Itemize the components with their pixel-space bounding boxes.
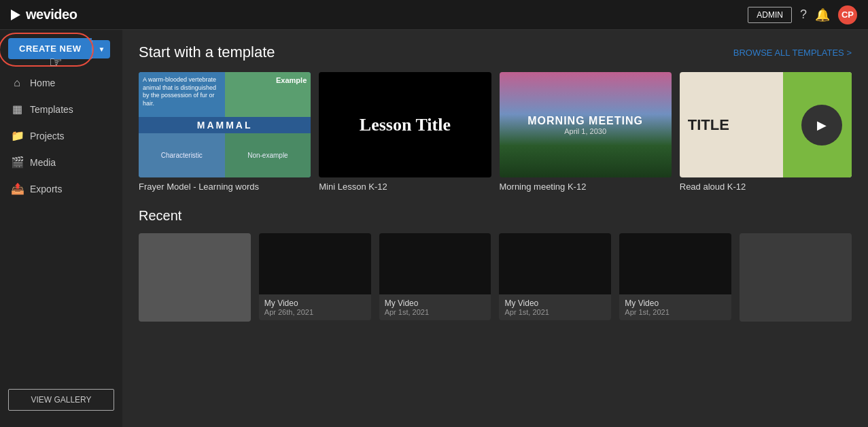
read-aloud-template-label: Read aloud K-12 (680, 182, 852, 192)
recent-thumb-6 (740, 233, 852, 322)
cursor-icon: ☞ (49, 54, 63, 71)
recent-thumb-3 (379, 233, 491, 294)
frayer-example-cell: Example (225, 72, 311, 117)
templates-section-header: Start with a template BROWSE ALL TEMPLAT… (139, 44, 852, 61)
morning-meeting-thumb-content: MORNING MEETING April 1, 2030 (500, 72, 672, 177)
recent-name-2: My Video (264, 298, 366, 308)
recent-date-5: Apr 1st, 2021 (625, 308, 726, 316)
recent-info-2: My Video Apr 26th, 2021 (259, 294, 371, 320)
read-aloud-circle: ▶ (801, 105, 842, 146)
frayer-thumb-content: A warm-blooded vertebrate animal that is… (139, 72, 311, 177)
media-icon: 🎬 (11, 156, 23, 169)
morning-meeting-template-label: Morning meeting K-12 (500, 182, 672, 192)
morning-meeting-title: MORNING MEETING (527, 115, 643, 127)
layout: CREATE NEW▼ ☞ ⌂ Home ▦ Templates 📁 Proje… (0, 30, 868, 427)
recent-name-4: My Video (504, 298, 606, 308)
sidebar-item-home-label: Home (30, 78, 55, 88)
template-card-read-aloud[interactable]: TITLE ▶ Read aloud K-12 (680, 72, 852, 192)
frayer-characteristic-label: Characteristic (161, 152, 203, 159)
template-card-mini-lesson[interactable]: Lesson Title Mini Lesson K-12 (319, 72, 491, 192)
sidebar-item-projects-label: Projects (30, 131, 65, 141)
template-thumb-morning-meeting: MORNING MEETING April 1, 2030 (500, 72, 672, 177)
frayer-mammal-row: MAMMAL (139, 117, 311, 133)
mini-lesson-title: Lesson Title (360, 115, 451, 135)
recent-info-5: My Video Apr 1st, 2021 (619, 294, 731, 320)
sidebar-item-media-label: Media (30, 157, 56, 168)
logo: wevideo (11, 7, 77, 22)
logo-play-icon (11, 10, 22, 20)
browse-all-templates-link[interactable]: BROWSE ALL TEMPLATES > (733, 48, 852, 58)
sidebar-item-projects[interactable]: 📁 Projects (0, 122, 122, 149)
recent-card-4[interactable]: My Video Apr 1st, 2021 (499, 233, 611, 322)
help-icon[interactable]: ? (800, 7, 807, 22)
recent-card-1[interactable] (139, 233, 251, 322)
sidebar-item-templates-label: Templates (30, 104, 73, 115)
template-thumb-frayer: A warm-blooded vertebrate animal that is… (139, 72, 311, 177)
projects-icon: 📁 (11, 129, 23, 142)
sidebar-item-media[interactable]: 🎬 Media (0, 149, 122, 175)
header-right: ADMIN ? 🔔 CP (748, 5, 857, 24)
admin-button[interactable]: ADMIN (748, 7, 792, 23)
template-thumb-mini-lesson: Lesson Title (319, 72, 491, 177)
avatar[interactable]: CP (838, 5, 857, 24)
read-aloud-title: TITLE (688, 116, 729, 134)
home-icon: ⌂ (11, 77, 23, 89)
sidebar-item-home[interactable]: ⌂ Home (0, 70, 122, 96)
frayer-nonexample-label: Non-example (247, 152, 288, 159)
recent-card-6[interactable] (740, 233, 852, 322)
read-aloud-thumb-content: TITLE ▶ (680, 72, 852, 177)
frayer-template-label: Frayer Model - Learning words (139, 182, 311, 192)
templates-section-title: Start with a template (139, 44, 275, 61)
view-gallery-button[interactable]: VIEW GALLERY (8, 389, 114, 411)
templates-icon: ▦ (11, 103, 23, 116)
create-new-dropdown-button[interactable]: ▼ (92, 40, 110, 58)
sidebar-item-exports-label: Exports (30, 184, 62, 194)
sidebar: CREATE NEW▼ ☞ ⌂ Home ▦ Templates 📁 Proje… (0, 30, 122, 427)
morning-meeting-date: April 1, 2030 (564, 127, 606, 135)
template-card-morning-meeting[interactable]: MORNING MEETING April 1, 2030 Morning me… (500, 72, 672, 192)
frayer-characteristic-cell: Characteristic (139, 133, 225, 178)
recent-card-2[interactable]: My Video Apr 26th, 2021 (259, 233, 371, 322)
frayer-description: A warm-blooded vertebrate animal that is… (139, 72, 225, 117)
mini-lesson-template-label: Mini Lesson K-12 (319, 182, 491, 192)
logo-text: wevideo (26, 7, 77, 22)
frayer-example-label: Example (276, 76, 307, 84)
sidebar-item-templates[interactable]: ▦ Templates (0, 96, 122, 122)
sidebar-item-exports[interactable]: 📤 Exports (0, 175, 122, 202)
recent-info-4: My Video Apr 1st, 2021 (499, 294, 611, 320)
create-new-area: CREATE NEW▼ ☞ (0, 38, 122, 70)
recent-thumb-2 (259, 233, 371, 294)
exports-icon: 📤 (11, 182, 23, 195)
recent-name-5: My Video (625, 298, 726, 308)
recent-date-3: Apr 1st, 2021 (385, 308, 486, 316)
recent-grid: My Video Apr 26th, 2021 My Video Apr 1st… (139, 233, 852, 322)
mini-lesson-thumb-content: Lesson Title (319, 72, 491, 177)
recent-thumb-1 (139, 233, 251, 322)
recent-name-3: My Video (385, 298, 486, 308)
header: wevideo ADMIN ? 🔔 CP (0, 0, 868, 30)
recent-card-5[interactable]: My Video Apr 1st, 2021 (619, 233, 731, 322)
main-content: Start with a template BROWSE ALL TEMPLAT… (122, 30, 868, 427)
frayer-mammal-label: MAMMAL (197, 120, 253, 131)
recent-date-4: Apr 1st, 2021 (504, 308, 606, 316)
template-card-frayer[interactable]: A warm-blooded vertebrate animal that is… (139, 72, 311, 192)
recent-thumb-5 (619, 233, 731, 294)
recent-date-2: Apr 26th, 2021 (264, 308, 366, 316)
recent-section-title: Recent (139, 208, 852, 224)
template-thumb-read-aloud: TITLE ▶ (680, 72, 852, 177)
template-grid: A warm-blooded vertebrate animal that is… (139, 72, 852, 192)
create-new-wrapper: CREATE NEW▼ ☞ (8, 38, 110, 59)
recent-info-3: My Video Apr 1st, 2021 (379, 294, 491, 320)
recent-thumb-4 (499, 233, 611, 294)
frayer-nonexample-cell: Non-example (225, 133, 311, 178)
notifications-icon[interactable]: 🔔 (815, 7, 830, 22)
recent-card-3[interactable]: My Video Apr 1st, 2021 (379, 233, 491, 322)
